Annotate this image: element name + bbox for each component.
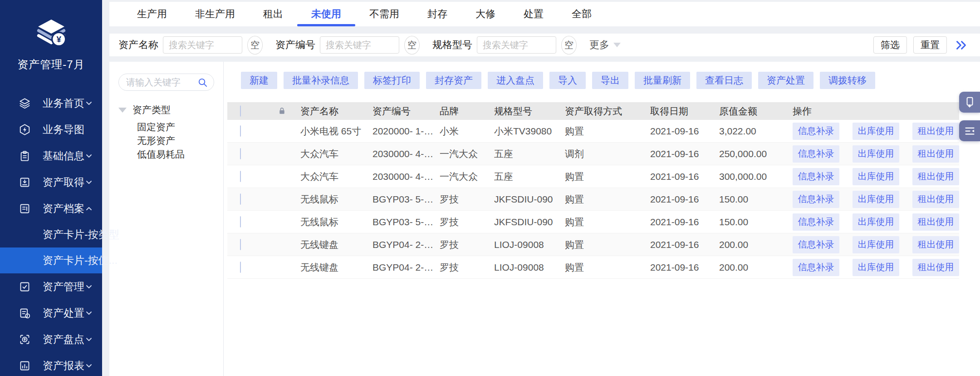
tree-node-intangible-asset[interactable]: 无形资产 [137,134,214,148]
new-button[interactable]: 新建 [241,72,277,89]
info-supplement-button[interactable]: 信息补录 [793,213,839,231]
select-all-checkbox[interactable] [240,105,241,117]
cell-spec: JKFSDIU-090 [494,194,565,205]
tab-production[interactable]: 生产用 [123,2,181,26]
sidebar-item-asset-manage[interactable]: 资产管理 [0,273,102,300]
tree-expand-caret-icon[interactable] [118,108,127,113]
rent-out-use-button[interactable]: 租出使用 [912,259,959,276]
outbound-use-button[interactable]: 出库使用 [853,236,899,253]
cell-name: 无线鼠标 [300,216,372,228]
collapse-filters-button[interactable] [955,39,967,51]
outbound-use-button[interactable]: 出库使用 [853,213,899,231]
row-checkbox[interactable] [240,125,241,137]
more-filters-label: 更多 [589,38,609,52]
filter-input-asset-code[interactable] [320,36,399,54]
reset-button[interactable]: 重置 [913,36,947,54]
toolbar: 新建批量补录信息标签打印封存资产进入盘点导入导出批量刷新查看日志资产处置调拨转移 [241,72,980,89]
tab-all[interactable]: 全部 [558,2,606,26]
tab-not-needed[interactable]: 不需用 [355,2,413,26]
row-checkbox[interactable] [240,262,241,273]
inventory-icon [19,333,31,346]
table-row: 大众汽车2030000- 4- 2...一汽大众五座购置2021-09-1630… [227,165,959,188]
row-checkbox[interactable] [240,193,241,205]
filter-button[interactable]: 筛选 [873,36,907,54]
tree-node-low-value-item[interactable]: 低值易耗品 [137,148,214,161]
sidebar-item-asset-acquire[interactable]: 资产取得 [0,169,102,195]
chevron-down-icon [84,361,93,370]
tab-non-production[interactable]: 非生产用 [181,2,249,26]
mobile-device-button[interactable] [959,92,980,113]
collapse-list-button[interactable] [959,120,980,141]
rent-out-use-button[interactable]: 租出使用 [912,236,959,253]
cell-amount: 300,000.00 [719,171,793,182]
sidebar-item-asset-inventory[interactable]: 资产盘点 [0,326,102,352]
empty-toggle-spec-model[interactable]: 空 [561,36,577,54]
table-row: 无线键盘BGYP04- 2- 2...罗技LIOJ-09008购置2021-09… [227,233,959,256]
tab-disposal[interactable]: 处置 [510,2,558,26]
transfer-button[interactable]: 调拨转移 [820,72,875,89]
sidebar-subitem-card-by-type[interactable]: 资产卡片-按类型 [0,222,102,247]
sidebar-item-asset-archive[interactable]: 资产档案 [0,195,102,222]
batch-refresh-button[interactable]: 批量刷新 [635,72,690,89]
row-checkbox[interactable] [240,216,241,228]
batch-supplement-button[interactable]: 批量补录信息 [284,72,358,89]
outbound-use-button[interactable]: 出库使用 [853,145,899,163]
row-checkbox[interactable] [240,239,241,250]
filter-input-asset-name[interactable] [163,36,242,54]
more-filters-button[interactable]: 更多 [589,38,621,52]
tree-node-fixed-asset[interactable]: 固定资产 [137,120,214,134]
outbound-use-button[interactable]: 出库使用 [853,259,899,276]
row-checkbox[interactable] [240,148,241,159]
info-supplement-button[interactable]: 信息补录 [793,236,839,253]
import-button[interactable]: 导入 [549,72,586,89]
tab-sealed[interactable]: 封存 [413,2,461,26]
start-inventory-button[interactable]: 进入盘点 [488,72,543,89]
empty-toggle-asset-code[interactable]: 空 [404,36,420,54]
tab-rent-out[interactable]: 租出 [249,2,297,26]
sidebar-item-asset-report[interactable]: 资产报表 [0,352,102,376]
empty-toggle-asset-name[interactable]: 空 [247,36,263,54]
cell-name: 大众汽车 [300,148,372,160]
caret-down-icon [613,43,621,47]
cell-date: 2021-09-16 [650,194,719,205]
info-supplement-button[interactable]: 信息补录 [793,123,839,140]
label-print-button[interactable]: 标签打印 [364,72,420,89]
row-checkbox[interactable] [240,171,241,182]
tree-root-node[interactable]: 资产类型 [118,104,214,116]
cell-code: 2020000- 1- 2... [372,126,440,137]
tab-overhaul[interactable]: 大修 [461,2,510,26]
cell-amount: 150.00 [719,217,793,228]
info-supplement-button[interactable]: 信息补录 [793,145,839,163]
info-supplement-button[interactable]: 信息补录 [793,259,839,276]
filter-input-spec-model[interactable] [477,36,556,54]
row-actions-cell: 信息补录出库使用租出使用 [793,123,959,140]
info-supplement-button[interactable]: 信息补录 [793,168,839,185]
seal-asset-button[interactable]: 封存资产 [426,72,481,89]
filter-label-asset-name: 资产名称 [118,38,158,52]
cell-amount: 200.00 [719,262,793,273]
filter-bar: 资产名称空资产编号空规格型号空 更多 筛选 重置 [109,34,980,56]
sidebar-item-asset-dispose[interactable]: 资产处置 [0,300,102,326]
export-button[interactable]: 导出 [592,72,628,89]
rent-out-use-button[interactable]: 租出使用 [912,213,959,231]
layers-icon [19,97,31,109]
tree-search-input[interactable] [126,77,197,88]
rent-out-use-button[interactable]: 租出使用 [912,168,959,185]
outbound-use-button[interactable]: 出库使用 [853,191,899,208]
rent-out-use-button[interactable]: 租出使用 [912,145,959,163]
asset-disposal-button[interactable]: 资产处置 [758,72,813,89]
rent-out-use-button[interactable]: 租出使用 [912,191,959,208]
view-log-button[interactable]: 查看日志 [696,72,752,89]
outbound-use-button[interactable]: 出库使用 [853,123,899,140]
sidebar-item-business-map[interactable]: 业务导图 [0,116,102,143]
search-icon[interactable] [197,77,208,88]
sidebar-item-base-info[interactable]: 基础信息 [0,143,102,169]
cell-acquire: 购置 [565,216,650,228]
rent-out-use-button[interactable]: 租出使用 [912,123,959,140]
sidebar-subitem-card-by-use[interactable]: 资产卡片-按使... [0,247,102,273]
tab-unused[interactable]: 未使用 [297,2,355,26]
outbound-use-button[interactable]: 出库使用 [853,168,899,185]
sidebar-item-business-home[interactable]: 业务首页 [0,90,102,116]
row-actions-cell: 信息补录出库使用租出使用 [793,213,959,231]
info-supplement-button[interactable]: 信息补录 [793,191,839,208]
